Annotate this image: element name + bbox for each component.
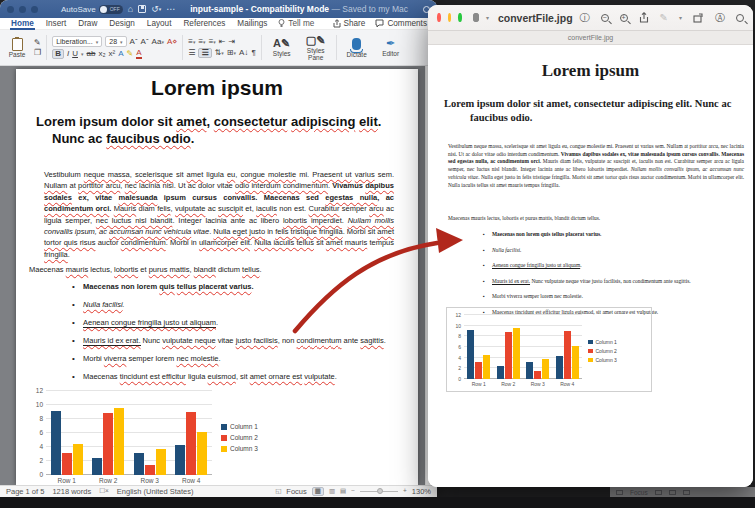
view-icon — [683, 490, 690, 495]
font-color-icon[interactable]: A — [136, 49, 141, 59]
language-indicator[interactable]: English (United States) — [117, 487, 194, 496]
dictate-button[interactable]: Dictate — [342, 32, 372, 63]
sort-icon[interactable]: A↓ — [239, 49, 248, 57]
autosave-label: AutoSave — [61, 5, 96, 14]
pilcrow-icon[interactable]: ¶ — [251, 49, 255, 57]
chevron-down-icon[interactable]: ▾ — [486, 14, 489, 21]
numbered-list-icon[interactable]: ≡▾ — [198, 38, 205, 46]
word-count[interactable]: 1218 words — [52, 487, 91, 496]
zoom-slider-knob[interactable] — [377, 488, 383, 494]
font-size-select[interactable]: 28 ▾ — [105, 36, 126, 47]
zoom-percent[interactable]: 130% — [412, 487, 431, 496]
font-name-select[interactable]: Liberation... ▾ — [52, 36, 102, 47]
bullet-item: Nulla facilisi. — [483, 247, 745, 254]
preview-window: ▾ convertFile.jpg ⓘ − + ✎ ▾ Ⓐ convertFil… — [428, 5, 753, 487]
bar-column-1 — [175, 445, 185, 475]
proofing-icon[interactable]: ☐× — [99, 488, 109, 495]
info-icon[interactable]: ⓘ — [580, 13, 590, 23]
indent-icon[interactable]: ⇥ — [229, 38, 236, 46]
paste-label: Paste — [9, 51, 26, 58]
zoom-in-button[interactable]: + — [403, 488, 407, 495]
strikethrough-button[interactable]: ab — [86, 50, 95, 58]
doc-paragraph-1: Vestibulum neque massa, scelerisque sit … — [44, 169, 394, 260]
bar-column-2 — [534, 371, 541, 379]
doc-bar-chart[interactable]: 024681012Row 1Row 2Row 3Row 4Column 1Col… — [46, 391, 258, 484]
word-status-bar: Page 1 of 5 1218 words ☐× English (Unite… — [0, 485, 437, 497]
shrink-font-icon[interactable]: Aˇ — [141, 38, 149, 46]
search-icon[interactable] — [736, 14, 744, 22]
subscript-button[interactable]: x₂ — [98, 50, 105, 58]
highlight-icon[interactable]: ✎ — [127, 50, 134, 58]
zoom-out-icon[interactable]: − — [601, 14, 609, 22]
tab-design[interactable]: Design — [108, 19, 136, 28]
tab-mailings[interactable]: Mailings — [236, 19, 268, 28]
tab-home[interactable]: Home — [10, 19, 35, 28]
bold-button[interactable]: B — [52, 49, 64, 59]
tab-insert[interactable]: Insert — [45, 19, 67, 28]
share-icon[interactable] — [639, 12, 649, 23]
format-painter-icon[interactable]: ✎ — [34, 39, 41, 47]
home-icon[interactable]: ⌂ — [128, 5, 133, 14]
save-icon[interactable] — [138, 5, 146, 13]
minimize-window-icon[interactable] — [448, 13, 452, 22]
tab-tell-me[interactable]: Tell me — [278, 19, 314, 28]
paste-button[interactable]: Paste — [4, 32, 30, 63]
superscript-button[interactable]: x² — [109, 50, 116, 58]
clear-format-icon[interactable]: A⋄ — [167, 38, 177, 46]
multilevel-list-icon[interactable]: ≡▾ — [209, 38, 216, 46]
close-window-icon[interactable] — [7, 6, 14, 13]
styles-pane-button[interactable]: ▢✎ Styles Pane — [301, 32, 331, 63]
bar-column-3 — [513, 328, 520, 379]
share-button[interactable]: Share — [333, 19, 366, 28]
undo-icon[interactable]: ↺▾ — [151, 5, 161, 14]
page-indicator[interactable]: Page 1 of 5 — [6, 487, 44, 496]
zoom-out-button[interactable]: − — [351, 488, 355, 495]
italic-button[interactable]: I — [67, 50, 69, 58]
bar-column-1 — [51, 411, 61, 475]
focus-button[interactable]: Focus — [286, 487, 306, 496]
close-window-icon[interactable] — [437, 13, 441, 22]
document-page[interactable]: Lorem ipsum Lorem ipsum dolor sit amet, … — [16, 69, 418, 485]
dictate-mic-icon — [352, 38, 361, 50]
comments-button[interactable]: Comments — [375, 19, 427, 28]
underline-button[interactable]: U — [72, 50, 78, 58]
autosave-toggle[interactable]: OFF — [99, 5, 123, 14]
borders-icon[interactable]: ⊞▾ — [227, 49, 236, 57]
zoom-window-icon[interactable] — [31, 6, 38, 13]
ellipsis-icon[interactable]: ⋯ — [166, 5, 175, 14]
view-icon — [669, 490, 676, 495]
print-layout-view-icon[interactable]: ▦ — [312, 487, 324, 496]
copy-icon[interactable]: ❐ — [34, 49, 41, 57]
annotate-icon[interactable]: Ⓐ — [715, 13, 725, 23]
tell-me-label: Tell me — [288, 19, 314, 28]
editor-button[interactable]: ✒ Editor — [376, 32, 406, 63]
desktop-edge — [0, 497, 755, 508]
grow-font-icon[interactable]: Aˆ — [130, 38, 138, 46]
outdent-icon[interactable]: ⇤ — [219, 38, 226, 46]
tab-references[interactable]: References — [182, 19, 226, 28]
zoom-window-icon[interactable] — [458, 13, 462, 22]
line-spacing-icon[interactable]: ⇅▾ — [215, 49, 224, 57]
outline-view-icon[interactable]: ▤ — [340, 488, 346, 495]
align-left-icon[interactable]: ☰ — [188, 49, 195, 57]
bullet-item: Morbi viverra semper lorem nec molestie. — [483, 293, 745, 300]
minimize-window-icon[interactable] — [19, 6, 26, 13]
rotate-icon[interactable] — [693, 13, 704, 23]
bullet-list-icon[interactable]: ≡▾ — [188, 38, 195, 46]
sidebar-icon[interactable] — [473, 13, 479, 22]
text-effects-icon[interactable]: A — [118, 50, 123, 58]
zoom-in-icon[interactable]: + — [620, 14, 628, 22]
tab-draw[interactable]: Draw — [77, 19, 98, 28]
zoom-slider[interactable] — [360, 491, 398, 493]
markup-pencil-icon[interactable]: ✎ — [660, 13, 668, 23]
bar-column-2 — [186, 412, 196, 475]
bar-column-1 — [526, 362, 533, 379]
web-layout-view-icon[interactable]: ▥ — [329, 488, 335, 495]
chevron-down-icon[interactable]: ▾ — [679, 14, 682, 21]
align-justify-icon[interactable]: ☰ — [198, 48, 211, 58]
autosave-control[interactable]: AutoSave OFF — [61, 5, 123, 14]
change-case-icon[interactable]: Aa▾ — [152, 38, 164, 46]
tab-layout[interactable]: Layout — [146, 19, 173, 28]
doc-title: Lorem ipsum — [16, 76, 418, 100]
styles-button[interactable]: A✎ Styles — [267, 32, 297, 63]
